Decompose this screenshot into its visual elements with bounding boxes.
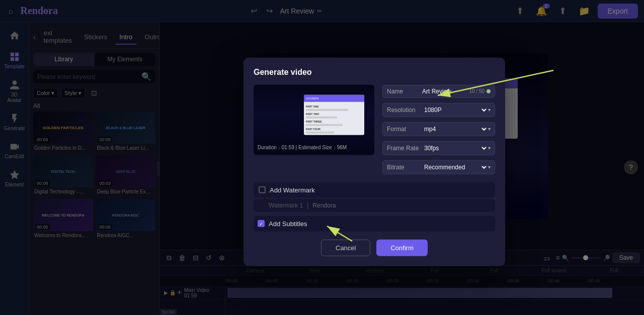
framerate-label: Frame Rate bbox=[387, 144, 422, 151]
watermark-sub-label: Watermark 1 bbox=[269, 201, 303, 208]
bitrate-select[interactable]: Low Recommended High bbox=[422, 163, 488, 171]
preview-slide-header: ZOOMPA bbox=[304, 94, 364, 101]
bitrate-chevron: ▾ bbox=[488, 164, 491, 170]
modal-duration: Duration：01:59 | Estimated Size：96M bbox=[258, 144, 347, 151]
subtitles-label: Add Subtitles bbox=[269, 220, 307, 227]
modal-form: Name Art Review 10 / 50 Resolution 720P … bbox=[382, 84, 495, 174]
preview-slide-content: PART ONE PART TWO PART THREE PART FOUR bbox=[304, 101, 364, 136]
generate-video-modal: Generate video ZOOMPA PART ONE PART TWO … bbox=[244, 57, 505, 266]
format-label: Format bbox=[387, 125, 422, 132]
bitrate-label: Bitrate bbox=[387, 163, 422, 170]
modal-footer: Add Watermark Watermark 1 | Rendora ✓ Ad… bbox=[254, 182, 495, 256]
watermark-sub-row: Watermark 1 | Rendora bbox=[254, 198, 495, 212]
preview-line bbox=[306, 124, 343, 126]
preview-line bbox=[306, 131, 334, 133]
watermark-divider: | bbox=[307, 201, 308, 208]
char-count: 10 / 50 bbox=[469, 88, 485, 94]
modal-preview: ZOOMPA PART ONE PART TWO PART THREE PART… bbox=[254, 84, 374, 155]
preview-line bbox=[306, 116, 337, 118]
name-value: Art Review bbox=[422, 87, 469, 94]
resolution-label: Resolution bbox=[387, 106, 422, 113]
watermark-row: Add Watermark bbox=[259, 186, 490, 193]
modal-body: ZOOMPA PART ONE PART TWO PART THREE PART… bbox=[254, 84, 495, 174]
format-select[interactable]: mp4 mov avi bbox=[422, 125, 488, 133]
form-row-bitrate: Bitrate Low Recommended High ▾ bbox=[382, 160, 495, 174]
watermark-checkbox[interactable] bbox=[259, 186, 266, 193]
preview-line bbox=[306, 109, 348, 111]
watermark-label: Add Watermark bbox=[270, 186, 315, 193]
form-row-format: Format mp4 mov avi ▾ bbox=[382, 122, 495, 136]
subtitles-checkbox[interactable]: ✓ bbox=[258, 220, 265, 227]
form-row-resolution: Resolution 720P 1080P 4K ▾ bbox=[382, 102, 495, 117]
resolution-chevron: ▾ bbox=[488, 107, 491, 113]
framerate-select[interactable]: 24fps 30fps 60fps bbox=[422, 144, 488, 152]
modal-title: Generate video bbox=[254, 67, 495, 76]
preview-slide: ZOOMPA PART ONE PART TWO PART THREE PART… bbox=[304, 94, 364, 135]
name-status-icon bbox=[487, 89, 491, 93]
watermark-container: Add Watermark bbox=[254, 182, 495, 197]
modal-buttons: Cancel Confirm bbox=[254, 239, 495, 256]
name-label: Name bbox=[387, 87, 422, 94]
subtitles-row: ✓ Add Subtitles bbox=[254, 216, 495, 231]
resolution-select[interactable]: 720P 1080P 4K bbox=[422, 106, 488, 114]
confirm-button[interactable]: Confirm bbox=[376, 239, 428, 256]
preview-logo: ZOOMPA bbox=[306, 96, 319, 99]
form-row-framerate: Frame Rate 24fps 30fps 60fps ▾ bbox=[382, 141, 495, 155]
framerate-chevron: ▾ bbox=[488, 145, 491, 151]
format-chevron: ▾ bbox=[488, 126, 491, 132]
cancel-button[interactable]: Cancel bbox=[321, 239, 370, 256]
watermark-sub-value: Rendora bbox=[312, 201, 336, 208]
form-row-name: Name Art Review 10 / 50 bbox=[382, 84, 495, 97]
